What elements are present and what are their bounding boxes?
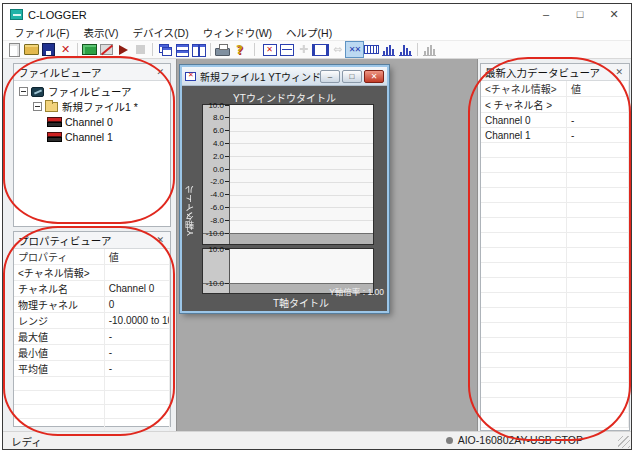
table-cell [14,391,104,405]
table-empty-row [481,383,629,398]
table-cell [567,233,629,248]
tree-root[interactable]: ファイルビューア [14,84,170,99]
report-icon [421,42,438,57]
tree-file[interactable]: 新規ファイル1 * [14,99,170,114]
table-cell [567,338,629,353]
toolbar-separator [254,43,255,56]
save-icon[interactable] [40,42,57,57]
table-empty-row [481,143,629,158]
y-tick: -2.0 [210,178,229,186]
data-viewer-close-icon[interactable]: ✕ [613,67,625,77]
menu-file[interactable]: ファイル(F) [7,25,76,40]
table-cell [567,248,629,263]
device-disconnect-icon[interactable] [98,42,115,57]
overview-plot-area[interactable] [229,249,373,283]
new-file-icon[interactable] [6,42,23,57]
table-cell: - [567,113,629,128]
table-row[interactable]: 最小値- [14,345,170,361]
yt-close-button[interactable]: ✕ [364,70,384,83]
ruler-icon[interactable] [363,42,380,57]
yt-window-icon [185,72,196,81]
cascade-windows-icon[interactable] [156,42,173,57]
menu-device[interactable]: デバイス(D) [125,25,195,40]
start-icon[interactable] [115,42,132,57]
tree-channel-1[interactable]: Channel 1 [14,129,170,144]
status-bar: レディ AIO-160802AY-USB STOP [3,431,631,449]
table-cell: - [567,128,629,143]
delete-icon[interactable] [57,42,74,57]
y-tick: -4.0 [210,191,229,199]
table-empty-row [481,188,629,203]
main-chart-scrollbar[interactable] [229,234,373,244]
y-tick: 2.0 [213,152,229,160]
yt-minimize-button[interactable]: – [320,70,340,83]
y-tick-label: 2.0 [213,152,224,161]
table-empty-row [481,248,629,263]
table-cell [567,413,629,428]
table-row[interactable]: <チャネル情報> [14,265,170,281]
table-cell [567,158,629,173]
device-status-dot-icon [446,437,453,444]
menu-view[interactable]: 表示(V) [76,25,125,40]
tile-vertical-icon[interactable] [190,42,207,57]
file-viewer-panel: ファイルビューア ✕ ファイルビューア新規ファイル1 *Channel 0Cha… [13,63,171,227]
table-cell [481,293,567,308]
print-icon[interactable] [214,42,231,57]
table-empty-row [481,173,629,188]
histogram-icon[interactable] [380,42,397,57]
table-row[interactable]: レンジ-10.0000 to 10.0000 V [14,313,170,329]
yt-restore-button[interactable]: □ [342,70,362,83]
table-cell [567,263,629,278]
table-empty-row [481,263,629,278]
y-tick-label: -2.0 [210,177,224,186]
y-tick-label: -4.0 [210,190,224,199]
file-viewer-header: ファイルビューア ✕ [14,64,170,81]
tree-expander-icon[interactable] [19,87,28,96]
gridline [230,195,373,196]
table-row[interactable]: Channel 0- [481,113,629,128]
table-cell [481,398,567,413]
y-axis-title: Y軸タイトル [183,116,196,236]
close-button[interactable]: ✕ [597,4,631,25]
resize-grip[interactable] [618,436,630,448]
tile-horizontal-icon[interactable] [173,42,190,57]
grid-icon[interactable] [346,42,363,57]
toolbar [3,41,631,59]
table-row[interactable]: 平均値- [14,361,170,377]
table-cell [481,143,567,158]
gridline [230,220,373,221]
table-cell: 0 [104,297,169,313]
toolbar-separator [417,43,418,56]
table-cell [481,308,567,323]
histogram2-icon[interactable] [397,42,414,57]
tree-channel-0[interactable]: Channel 0 [14,114,170,129]
minimize-button[interactable]: – [529,4,563,25]
table-cell [14,405,104,419]
table-cell [567,143,629,158]
maximize-button[interactable]: □ [563,4,597,25]
table-row[interactable]: Channel 1- [481,128,629,143]
table-cell [567,278,629,293]
device-icon[interactable] [81,42,98,57]
help-icon[interactable] [231,42,248,57]
table-cell [567,188,629,203]
menu-window[interactable]: ウィンドウ(W) [196,25,279,40]
main-plot-area[interactable] [229,105,373,233]
tree-expander-icon[interactable] [33,102,42,111]
menu-help[interactable]: ヘルプ(H) [279,25,339,40]
open-file-icon[interactable] [23,42,40,57]
yt-window-icon[interactable] [261,42,278,57]
table-empty-row [481,398,629,413]
property-viewer-close-icon[interactable]: ✕ [154,235,166,245]
table-row[interactable]: チャネル名Channel 0 [14,281,170,297]
yt-window-title: 新規ファイル1 YTウィンドウ - 1 [200,69,320,84]
table-row[interactable]: < チャネル名 > [481,97,629,113]
file-viewer-close-icon[interactable]: ✕ [154,67,166,77]
list-window-icon[interactable] [278,42,295,57]
yt-window-titlebar[interactable]: 新規ファイル1 YTウィンドウ - 1 – □ ✕ [182,67,387,86]
table-row[interactable]: 最大値- [14,329,170,345]
table-row[interactable]: 物理チャネル0 [14,297,170,313]
table-cell [481,158,567,173]
zoom-window-icon[interactable] [312,42,329,57]
table-cell: - [104,329,169,345]
